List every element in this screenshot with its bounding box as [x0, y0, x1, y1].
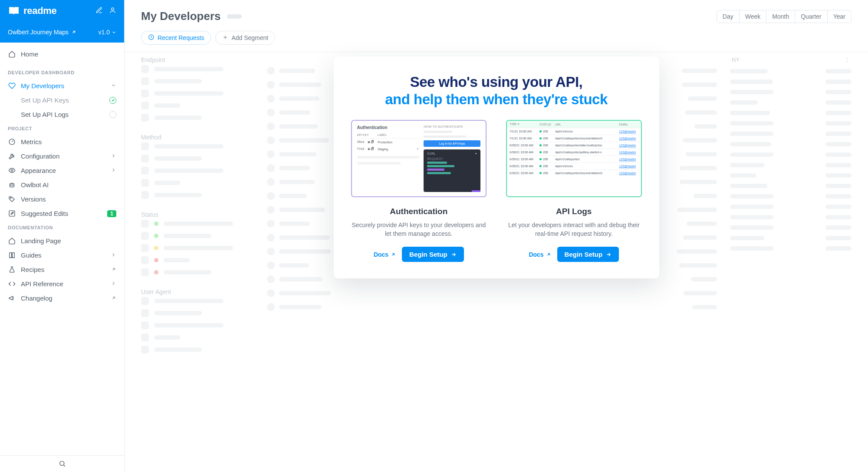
placeholder-row	[730, 90, 852, 94]
placeholder-row	[141, 321, 254, 329]
placeholder-row	[730, 132, 852, 136]
nav-recipes[interactable]: Recipes	[0, 262, 124, 277]
placeholder-row	[730, 205, 852, 209]
nav-changelog[interactable]: Changelog	[0, 291, 124, 305]
placeholder-row	[730, 111, 852, 115]
nav-metrics[interactable]: Metrics	[0, 135, 124, 149]
section-dev-dashboard: Developer Dashboard	[0, 66, 124, 79]
brand-logo[interactable]: readme	[8, 5, 56, 17]
placeholder-row	[730, 173, 852, 178]
nav-appearance[interactable]: Appearance	[0, 163, 124, 178]
placeholder-row	[141, 65, 254, 73]
filter-add-segment[interactable]: Add Segment	[215, 31, 275, 45]
chevron-right-icon	[111, 167, 116, 174]
nav-item-label: Owlbot AI	[21, 181, 49, 189]
logs-preview-row: 6/30/21 10:06 AM200/api/v1/categories/do…	[507, 169, 641, 176]
nav-home[interactable]: Home	[0, 47, 124, 61]
logs-card-title: API Logs	[556, 207, 592, 216]
placeholder-group-label: Endpoint	[141, 56, 254, 63]
placeholder-row	[141, 297, 254, 305]
edit-icon[interactable]	[95, 7, 103, 15]
range-tab-week[interactable]: Week	[740, 10, 767, 23]
gauge-icon	[8, 138, 16, 146]
placeholder-group-label: User Agent	[141, 288, 254, 295]
book-icon	[8, 251, 16, 259]
range-tab-quarter[interactable]: Quarter	[795, 10, 827, 23]
version-selector[interactable]: v1.0	[99, 29, 116, 36]
nav-versions[interactable]: Versions	[0, 192, 124, 206]
nav-suggested-edits[interactable]: Suggested Edits1	[0, 206, 124, 221]
logs-preview-row: 6/30/21 10:06 AM200/api/v1/categories/da…	[507, 142, 641, 149]
nav-item-label: Changelog	[21, 294, 53, 302]
flask-icon	[8, 266, 16, 273]
placeholder-row	[730, 100, 852, 105]
filter-recent-requests[interactable]: Recent Requests	[141, 31, 211, 45]
range-tab-day[interactable]: Day	[717, 10, 740, 23]
placeholder-row	[141, 232, 254, 240]
user-icon[interactable]	[109, 7, 116, 15]
range-tab-year[interactable]: Year	[828, 10, 851, 23]
svg-rect-7	[9, 211, 15, 216]
placeholder-row	[730, 184, 852, 188]
chevron-right-icon	[111, 251, 116, 259]
placeholder-row	[141, 89, 254, 97]
modal-card-auth: Authentication API KEY LABEL 39x5 ◉ 🗐 Pr…	[351, 120, 487, 262]
logs-preview-row: 6/30/21 10:06 AM200/api/v1/categories/ge…	[507, 149, 641, 155]
placeholder-row	[141, 268, 254, 276]
placeholder-row	[141, 346, 254, 354]
sub-setup-api-logs[interactable]: Set Up API Logs	[0, 107, 124, 122]
clock-icon	[148, 34, 155, 42]
placeholder-row	[141, 114, 254, 122]
brand-text: readme	[23, 5, 56, 17]
more-icon[interactable]: ⋮	[844, 56, 850, 63]
onboarding-modal: See who's using your API, and help them …	[334, 56, 659, 278]
auth-docs-link[interactable]: Docs	[374, 251, 396, 258]
placeholder-row	[141, 155, 254, 162]
placeholder-row	[730, 246, 852, 251]
book-icon	[8, 6, 20, 16]
eye-icon	[8, 167, 16, 174]
section-project: Project	[0, 122, 124, 135]
external-link-icon	[546, 252, 551, 257]
badge: 1	[107, 210, 116, 217]
svg-point-4	[10, 185, 11, 185]
project-name[interactable]: Owlbert Journey Maps	[8, 29, 76, 36]
home-icon	[8, 237, 16, 245]
logs-preview-row: 6/30/21 10:06 AM200/api/v1/categories/12…	[507, 155, 641, 162]
placeholder-row	[141, 244, 254, 252]
sub-setup-api-keys[interactable]: Set Up API Keys	[0, 93, 124, 107]
chevron-right-icon	[111, 280, 116, 288]
external-link-icon	[71, 30, 76, 35]
range-tabs: DayWeekMonthQuarterYear	[717, 10, 852, 23]
tag-icon	[8, 195, 16, 203]
placeholder-row	[141, 179, 254, 187]
svg-point-0	[112, 8, 114, 10]
logs-docs-link[interactable]: Docs	[529, 251, 551, 258]
nav-guides[interactable]: Guides	[0, 248, 124, 262]
megaphone-icon	[8, 294, 16, 302]
auth-begin-setup-button[interactable]: Begin Setup	[402, 247, 464, 262]
placeholder-row	[141, 191, 254, 199]
nav-item-label: Guides	[21, 251, 42, 259]
nav-landing-page[interactable]: Landing Page	[0, 234, 124, 248]
col-header: NY	[732, 56, 740, 63]
logs-preview: TIME ▾ STATUS URL EMAIL 7/1/21 10:06 AM2…	[506, 120, 642, 197]
svg-point-2	[11, 169, 13, 171]
nav-item-label: Recipes	[21, 266, 44, 273]
nav-my-developers[interactable]: My Developers	[0, 79, 124, 93]
nav-api-reference[interactable]: API Reference	[0, 277, 124, 291]
placeholder-group-label: Status	[141, 211, 254, 218]
logs-begin-setup-button[interactable]: Begin Setup	[557, 247, 619, 262]
sub-item-label: Set Up API Logs	[21, 111, 69, 118]
svg-point-6	[10, 198, 11, 198]
nav-item-label: Landing Page	[21, 237, 61, 245]
nav-configuration[interactable]: Configuration	[0, 149, 124, 163]
nav-owlbot-ai[interactable]: Owlbot AI	[0, 178, 124, 192]
chevron-down-icon	[111, 82, 116, 89]
code-icon	[8, 280, 16, 288]
search-icon[interactable]	[59, 460, 66, 469]
auth-card-desc: Securely provide API keys to your develo…	[351, 221, 487, 239]
placeholder-row	[141, 334, 254, 341]
nav-item-label: Suggested Edits	[21, 210, 68, 217]
range-tab-month[interactable]: Month	[766, 10, 795, 23]
